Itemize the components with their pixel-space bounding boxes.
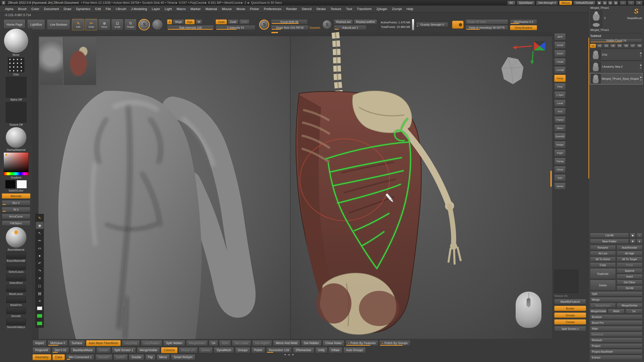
tray-item-thumbnail[interactable] bbox=[6, 77, 26, 98]
sculptris-pro-icon[interactable]: S bbox=[138, 19, 150, 30]
menu-item[interactable]: File bbox=[103, 6, 113, 12]
bottom-bar-button[interactable]: ▸DelMT bbox=[113, 354, 128, 360]
subtool-action-button[interactable]: Uv bbox=[625, 309, 642, 314]
left-tray-item[interactable]: AccuCurve bbox=[2, 213, 30, 219]
subtool-action-button[interactable]: AutoReorder bbox=[617, 245, 642, 250]
right-shelf-icon[interactable]: PolyF bbox=[554, 149, 566, 157]
bottom-bar-button[interactable]: ▸Split Hidden bbox=[163, 340, 185, 346]
bottom-bar-button[interactable]: ▸MergeDown bbox=[186, 340, 208, 346]
right-shelf-icon[interactable]: Ghost bbox=[554, 166, 566, 173]
subtool-thumbnail[interactable] bbox=[591, 62, 601, 71]
subtool-action-button[interactable]: Split bbox=[590, 291, 642, 296]
texture-preview-thumbnail[interactable] bbox=[554, 270, 578, 293]
mask-by-feature-button[interactable]: MaskByFeature bbox=[554, 299, 586, 304]
quicktool-icon[interactable] bbox=[36, 312, 44, 320]
bottom-bar-button[interactable]: ▸Dist 0.02 bbox=[52, 347, 69, 353]
bottom-bar-button[interactable]: ▸MidValue 0 bbox=[48, 340, 68, 346]
subtool-action-button[interactable]: All Low bbox=[590, 251, 616, 256]
subtool-action-button[interactable]: Paste bbox=[617, 262, 642, 267]
sculpt-viewport[interactable]: ✎◉↖✏▭●↶↷✕◻▤≡ bbox=[32, 32, 552, 339]
bottom-bar-button[interactable]: ▸Del Hidden bbox=[301, 340, 321, 346]
quicktool-icon[interactable]: ↷ bbox=[36, 267, 44, 275]
subtool-action-button[interactable]: Append bbox=[617, 268, 642, 273]
tool-thumbnail-2[interactable] bbox=[590, 22, 602, 28]
eye-icon[interactable]: ◉ bbox=[640, 64, 642, 66]
subtool-action-button[interactable]: Distribute bbox=[590, 332, 642, 337]
quicktool-icon[interactable] bbox=[36, 305, 44, 312]
subtool-row[interactable]: 14강 ◉ ✎ bbox=[590, 49, 642, 60]
crease-button[interactable]: Crease bbox=[554, 319, 586, 325]
nav-thumbnail-anatomy-model[interactable] bbox=[64, 37, 96, 85]
menu-item[interactable]: Document bbox=[42, 6, 61, 12]
bottom-bar-button[interactable]: ▸Unify bbox=[315, 347, 328, 353]
bottom-bar-button[interactable]: ▸Polish bbox=[251, 347, 265, 353]
subtool-action-button[interactable]: MergeSimilar bbox=[617, 303, 642, 308]
bottom-bar-button[interactable]: ▸Inflate bbox=[329, 347, 342, 353]
menu-item[interactable]: Marker bbox=[188, 6, 203, 12]
menu-item[interactable]: Zscript bbox=[389, 6, 404, 12]
z-intensity-slider[interactable]: Z Intensity 51 bbox=[216, 25, 255, 30]
tray-row-nav[interactable]: ◀ ▬ ▶ bbox=[284, 353, 295, 356]
tray-item-thumbnail[interactable] bbox=[6, 319, 26, 325]
tray-item-thumbnail[interactable] bbox=[6, 227, 26, 248]
focal-shift-slider[interactable]: Focal Shift 48 bbox=[271, 19, 308, 24]
eye-icon[interactable]: ◉ bbox=[640, 52, 642, 54]
tray-item-thumbnail[interactable] bbox=[6, 285, 26, 292]
split-screen-button[interactable]: Split Screen 1 bbox=[554, 326, 586, 331]
quicktool-icon[interactable]: ● bbox=[36, 252, 44, 259]
groups-button[interactable]: Groups bbox=[554, 312, 586, 318]
bottom-bar-button[interactable]: ▸StoreMT bbox=[95, 354, 112, 360]
border-button[interactable]: Border bbox=[554, 306, 586, 311]
bottom-bar-button[interactable]: ▸LazyStep bbox=[122, 340, 140, 346]
tray-item-thumbnail[interactable] bbox=[6, 102, 26, 123]
menu-item[interactable]: Texture bbox=[328, 6, 344, 12]
left-tray-item[interactable]: SmoothValleys bbox=[6, 319, 26, 329]
subtool-action-button[interactable]: MergeVisible bbox=[590, 309, 607, 314]
subtool-action-button[interactable]: Copy bbox=[590, 262, 616, 267]
tray-item-thumbnail[interactable] bbox=[8, 57, 24, 72]
menu-item[interactable]: Macro bbox=[174, 6, 188, 12]
left-tray-item[interactable]: MaskPen bbox=[6, 296, 26, 306]
menu-item[interactable]: Alpha bbox=[3, 6, 16, 12]
quicktool-icon[interactable]: ↶ bbox=[36, 259, 44, 267]
edit-icon[interactable]: ✎ bbox=[640, 67, 642, 69]
bottom-bar-button[interactable]: ▸Import bbox=[32, 340, 47, 346]
tray-item-thumbnail[interactable] bbox=[6, 307, 26, 314]
right-shelf-icon[interactable]: Zoom bbox=[554, 50, 566, 57]
new-folder-button[interactable]: New Folder bbox=[590, 239, 629, 244]
list-all-button[interactable]: List All bbox=[590, 233, 629, 238]
tray-scroll-indicator[interactable] bbox=[588, 38, 589, 178]
subtool-action-button[interactable]: All To Home bbox=[590, 257, 616, 262]
bottom-bar-button[interactable]: ▸Groups bbox=[235, 347, 250, 353]
current-tool-thumbnail[interactable] bbox=[590, 10, 602, 21]
version-tab[interactable]: V6 bbox=[623, 44, 629, 48]
anchor-toggle[interactable]: A bbox=[167, 19, 172, 24]
menu-item[interactable]: Movie bbox=[234, 6, 248, 12]
subtool-action-button[interactable]: Bevel Pro bbox=[590, 320, 642, 325]
mode-button[interactable]: ↻Rotate bbox=[124, 19, 137, 30]
subtool-action-button[interactable]: Del All bbox=[617, 286, 642, 291]
menu-item[interactable]: Preferences bbox=[261, 6, 284, 12]
right-shelf-icon[interactable]: Local bbox=[554, 100, 566, 107]
rgb-intensity-slider[interactable]: Rgb Intensity 100 bbox=[167, 25, 214, 30]
right-shelf-icon[interactable]: AAHalf bbox=[554, 66, 566, 74]
right-shelf-icon[interactable]: Scroll bbox=[554, 41, 566, 49]
nav-thumbnail-gray-model[interactable] bbox=[39, 37, 63, 85]
quicktool-icon[interactable]: ◉ bbox=[36, 222, 44, 229]
minimize-button[interactable]: — bbox=[620, 1, 626, 5]
quicktool-icon[interactable] bbox=[36, 320, 44, 327]
left-tray-item[interactable]: Alternate bbox=[2, 193, 30, 199]
version-tab[interactable]: V3 bbox=[603, 44, 609, 48]
left-tray-item[interactable]: Alpha Off bbox=[6, 77, 26, 101]
menu-item[interactable]: I-Brush bbox=[113, 6, 129, 12]
right-shelf-icon[interactable]: Frame bbox=[554, 116, 566, 123]
field-of-view-slider[interactable]: Field of view(deg) 39.59775 bbox=[465, 25, 508, 30]
m-button[interactable]: M bbox=[195, 19, 203, 24]
bottom-bar-button[interactable]: ▸Del Higher bbox=[252, 340, 272, 346]
left-tray-item[interactable]: SelectRect bbox=[6, 274, 26, 284]
folder-collapse-icon[interactable]: ▾ bbox=[636, 239, 642, 244]
bottom-bar-button[interactable]: ▸SDiv bbox=[219, 340, 231, 346]
menu-item[interactable]: J-Modeling bbox=[129, 6, 149, 12]
camera-icon[interactable] bbox=[452, 21, 464, 29]
quicktool-icon[interactable]: ▤ bbox=[36, 290, 44, 297]
